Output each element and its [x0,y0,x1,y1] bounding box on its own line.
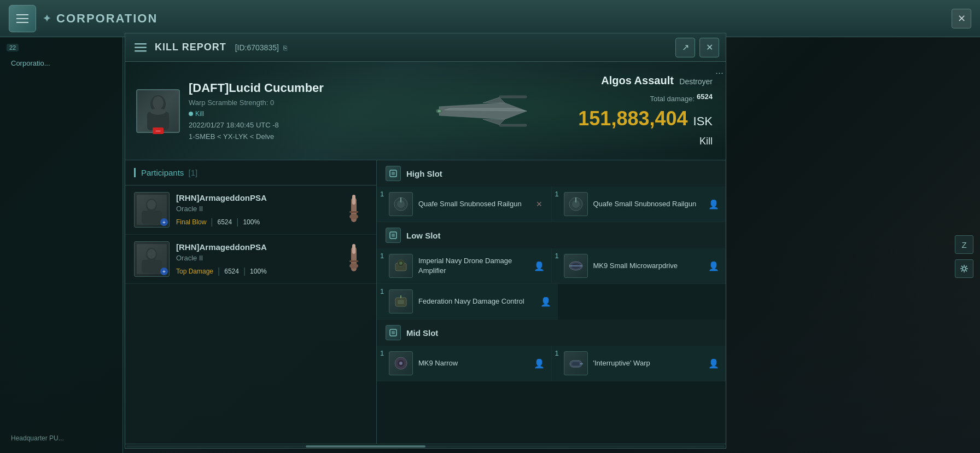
scrollbar-thumb [306,445,425,448]
fitting-item-icon-h1 [389,192,413,216]
fitting-item-icon-h2 [564,192,588,216]
svg-point-23 [147,249,156,259]
export-button[interactable]: ↗ [675,38,695,57]
damage-percent-2: 100% [250,268,267,275]
right-btn-gear[interactable] [955,259,973,278]
fitting-panel: High Slot 1 Quafe Small Snubnosed Railgu… [377,160,726,444]
victim-info: — [DAFT]Lucid Cucumber Warp Scramble Str… [125,62,401,160]
fitting-item-name-h2: Quafe Small Snubnosed Railgun [593,199,703,209]
status-indicator: — [153,127,164,134]
sidebar-headquarter: Headquarter PU... [7,430,68,446]
fitting-item-high-1[interactable]: 1 Quafe Small Snubnosed Railgun ✕ [377,187,551,222]
fitting-item-low-1[interactable]: 1 Imperial Navy Drone Damage Amplifier 👤 [377,248,551,284]
panel-title-id: [ID:6703835] ⎘ [235,43,287,52]
svg-point-16 [147,200,156,210]
fitting-item-low-2[interactable]: 1 Federation Navy Damage Control 👤 [377,284,558,320]
participant-info-2: [RHN]ArmageddonPSA Oracle II Top Damage … [176,242,334,276]
victim-details: [DAFT]Lucid Cucumber Warp Scramble Stren… [189,81,324,141]
total-damage-label: Total damage: [650,95,695,103]
svg-rect-0 [135,43,147,45]
close-icon: ✕ [706,42,713,53]
participant-weapon-2 [340,244,368,274]
svg-rect-11 [499,96,527,98]
fitting-item-person-h2: 👤 [708,199,719,210]
corporation-title: CORPORATION [56,11,158,26]
svg-marker-9 [483,97,505,103]
corp-star-icon: ✦ [43,13,52,25]
svg-rect-12 [499,124,527,126]
svg-rect-21 [349,211,358,213]
svg-rect-46 [398,300,404,304]
panel-header: KILL REPORT [ID:6703835] ⎘ ↗ ✕ [125,33,726,62]
participant-entry-2[interactable]: + [RHN]ArmageddonPSA Oracle II Top Damag… [125,235,376,284]
right-side-buttons: Z [955,235,973,278]
kill-location: 1-SMEB < YX-LYK < Delve [189,132,324,141]
top-close-button[interactable]: ✕ [952,9,971,28]
fitting-item-icon-m2 [564,351,588,375]
participant-info-1: [RHN]ArmageddonPSA Oracle II Final Blow … [176,193,334,227]
panel-menu-icon[interactable] [132,39,149,56]
fitting-item-name-m1: MK9 Narrow [418,358,528,368]
svg-point-4 [153,96,164,109]
ship-preview [401,62,565,160]
total-damage-value: 6524 [697,92,713,101]
mid-slot-title: Mid Slot [406,328,438,338]
mid-slot-icon [386,325,401,340]
high-slot-header: High Slot [377,160,726,187]
participant-ship-1: Oracle II [176,205,334,213]
damage-percent-1: 100% [243,218,260,226]
hamburger-button[interactable] [9,5,36,32]
fitting-item-mid-2[interactable]: 1 'Interruptive' Warp 👤 [551,346,726,381]
svg-point-27 [349,263,358,269]
fitting-item-remove-h1[interactable]: ✕ [534,199,545,210]
fitting-item-high-2[interactable]: 1 Quafe Small Snubnosed Railgun 👤 [551,187,726,222]
top-damage-label: Top Damage [176,268,213,275]
high-slot-row: 1 Quafe Small Snubnosed Railgun ✕ 1 [377,187,726,222]
participant-avatar-1: + [134,192,170,228]
participant-avatar-2: + [134,241,170,277]
fitting-item-mid-1[interactable]: 1 MK9 Narrow 👤 [377,346,551,381]
svg-point-41 [399,262,402,265]
fitting-item-name-m2: 'Interruptive' Warp [593,358,703,368]
svg-line-63 [966,266,967,267]
sidebar-left: 22 Corporatio... Headquarter PU... [0,37,123,453]
panel-title: KILL REPORT [155,42,226,53]
low-slot-row-2: 1 Federation Navy Damage Control 👤 [377,284,726,320]
fitting-item-low-right-1[interactable]: 1 MK9 Small Microwarpdrive 👤 [551,248,726,284]
fitting-item-icon-lr1 [564,254,588,278]
high-slot-title: High Slot [406,169,442,178]
isk-label: ISK [693,114,713,129]
close-button[interactable]: ✕ [699,38,719,57]
participants-header: Participants [1] [125,160,376,185]
svg-rect-17 [142,211,162,224]
fitting-item-qty-l2: 1 [380,287,384,295]
low-slot-header: Low Slot [377,222,726,248]
svg-point-14 [438,110,441,112]
kill-type-label: Kill [699,136,713,147]
options-dots[interactable]: ··· [715,67,724,79]
corporation-logo: ✦ CORPORATION [43,11,158,26]
svg-line-62 [966,270,967,271]
svg-point-6 [150,108,166,115]
fitting-item-qty-m2: 1 [555,349,559,357]
svg-rect-38 [392,234,395,237]
svg-marker-10 [483,119,505,125]
fitting-item-person-m1: 👤 [534,358,545,369]
participant-entry[interactable]: + [RHN]ArmageddonPSA Oracle II Final Blo… [125,185,376,235]
scrollbar-track[interactable] [126,445,725,448]
sidebar-corp-item[interactable]: Corporatio... [7,56,55,71]
participant-ship-2: Oracle II [176,254,334,262]
fitting-item-person-l2: 👤 [540,296,551,307]
svg-marker-7 [439,103,527,119]
participant-stats-2: Top Damage | 6524 | 100% [176,266,334,276]
final-blow-label: Final Blow [176,218,206,226]
svg-rect-49 [392,331,395,334]
svg-line-61 [961,266,962,267]
fitting-item-name-lr1: MK9 Small Microwarpdrive [593,261,703,271]
fitting-item-person-lr1: 👤 [708,260,719,271]
copy-icon[interactable]: ⎘ [283,44,287,52]
svg-point-20 [349,214,358,219]
svg-rect-1 [135,47,147,48]
mid-slot-header: Mid Slot [377,320,726,346]
right-btn-z1[interactable]: Z [955,235,973,254]
